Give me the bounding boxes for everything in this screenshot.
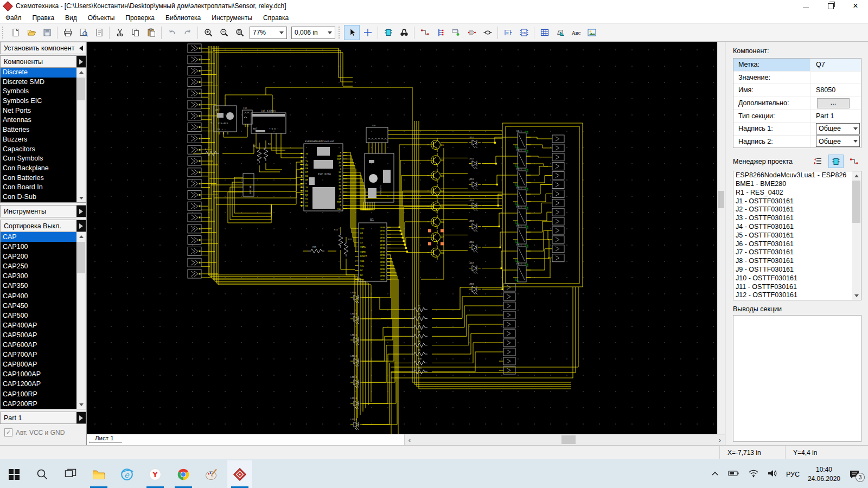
table-button[interactable] [537,25,552,40]
library-item[interactable]: Con Batteries [1,174,76,183]
symbol-hb-button[interactable]: HB [516,25,532,40]
minimize-button[interactable] [793,0,818,12]
library-item[interactable]: Symbols [1,87,76,97]
menu-item-4[interactable]: Объекты [82,13,120,23]
copy-button[interactable] [127,25,143,40]
wifi-icon[interactable] [748,468,759,480]
label-visibility-select[interactable]: Общее [816,123,860,134]
open-file-button[interactable] [23,25,39,40]
volume-icon[interactable] [767,468,778,480]
part-item[interactable]: CAP1000AP [1,369,76,379]
cut-button[interactable] [112,25,127,40]
scroll-thumb[interactable] [77,78,85,100]
library-item[interactable]: Symbols EIC [1,97,76,106]
symbol-hc-button[interactable]: HC [500,25,516,40]
project-list-scrollbar[interactable] [852,171,861,300]
zoom-level-combo[interactable]: 77% [250,27,287,39]
more-options-button[interactable]: ... [817,98,850,108]
part-item[interactable]: CAP500AP [1,330,76,340]
explorer-taskbar-icon[interactable] [86,460,111,488]
project-item[interactable]: J4 - OSTTF030161 [733,223,852,232]
wire-node-button[interactable] [448,25,464,40]
chrome-taskbar-icon[interactable] [171,460,196,488]
project-item[interactable]: ESP8266NodeMcuv3Lua1 - ESP826 [733,171,852,180]
part-item[interactable]: CAP700AP [1,350,76,359]
scroll-up-icon[interactable] [76,232,86,241]
library-item[interactable]: Con Symbols [1,154,76,164]
scroll-thumb[interactable] [718,191,724,208]
yandex-browser-taskbar-icon[interactable]: Y [143,460,168,488]
project-item[interactable]: J5 - OSTTF030161 [733,232,852,240]
restore-button[interactable] [818,0,843,12]
scroll-down-icon[interactable] [852,291,861,300]
zoom-out-button[interactable] [216,25,232,40]
paint-taskbar-icon[interactable] [199,460,224,488]
section-pins-list[interactable] [733,315,861,442]
library-item[interactable]: Capacitors [1,145,76,155]
library-item[interactable]: Buzzers [1,135,76,145]
scroll-down-icon[interactable] [76,194,86,202]
wire-button[interactable] [417,25,432,40]
part-section-header[interactable]: Part 1 [0,412,86,424]
menu-item-6[interactable]: Библиотека [160,13,206,23]
place-component-button[interactable] [380,25,396,40]
canvas-vertical-scrollbar[interactable] [717,42,725,434]
battery-icon[interactable] [728,468,740,480]
print-preview-button[interactable] [75,25,91,40]
part-item[interactable]: CAP450 [1,301,76,311]
part-list-scrollbar[interactable] [76,232,86,409]
tray-expand-icon[interactable] [710,469,720,479]
components-view-button[interactable] [828,155,844,168]
menu-item-3[interactable]: Вид [60,13,82,23]
part-item[interactable]: CAP100 [1,242,76,252]
part-item[interactable]: CAP400 [1,291,76,301]
expand-right-icon[interactable] [76,412,86,423]
project-item[interactable]: J8 - OSTTF030161 [733,257,852,266]
crosshair-button[interactable] [360,25,375,40]
library-item[interactable]: Antennas [1,115,76,125]
library-item[interactable]: Batteries [1,125,76,135]
library-item[interactable]: Con Board In [1,183,76,192]
undo-button[interactable] [164,25,180,40]
project-item[interactable]: J2 - OSTTF030161 [733,206,852,214]
zoom-in-button[interactable] [200,25,216,40]
library-item[interactable]: Discrete SMD [1,78,76,87]
save-file-button[interactable] [39,25,55,40]
scroll-thumb[interactable] [561,435,576,444]
part-item[interactable]: CAP500 [1,311,76,320]
project-item[interactable]: J1 - OSTTF030161 [733,197,852,206]
document-view-button[interactable] [91,25,107,40]
part-item[interactable]: CAP600AP [1,340,76,350]
start-taskbar-icon[interactable] [2,460,27,488]
part-item[interactable]: CAP200 [1,252,76,261]
bus-button[interactable] [432,25,448,40]
part-item[interactable]: CAP1200AP [1,379,76,389]
zoom-page-button[interactable] [232,25,247,40]
image-button[interactable] [584,25,599,40]
tools-header[interactable]: Инструменты [0,205,86,217]
canvas-horizontal-scrollbar[interactable]: ‹ › [405,434,725,445]
polygon-edit-button[interactable] [552,25,568,40]
project-item[interactable]: R1 - RES_0402 [733,189,852,197]
library-scrollbar[interactable] [76,68,86,202]
task-view-taskbar-icon[interactable] [58,460,83,488]
print-button[interactable] [60,25,75,40]
scroll-down-icon[interactable] [76,400,86,409]
menu-item-7[interactable]: Инструменты [206,13,258,23]
search-taskbar-icon[interactable] [30,460,55,488]
project-item[interactable]: J3 - OSTTF030161 [733,214,852,223]
project-item[interactable]: J6 - OSTTF030161 [733,240,852,249]
internet-explorer-taskbar-icon[interactable]: e [114,460,139,488]
components-header[interactable]: Компоненты [0,55,86,68]
property-text[interactable]: S8050 [816,86,835,94]
expand-right-icon[interactable] [76,56,86,67]
library-item[interactable]: Net Ports [1,106,76,116]
project-item[interactable]: BME1 - BME280 [733,180,852,189]
taskbar-clock[interactable]: 10:40 24.06.2020 [808,465,840,483]
project-item[interactable]: J7 - OSTTF030161 [733,248,852,257]
part-item[interactable]: CAP200RP [1,399,76,409]
scroll-thumb[interactable] [77,242,85,273]
part-item[interactable]: CAP400AP [1,320,76,330]
menu-item-2[interactable]: Правка [27,13,60,23]
part-item[interactable]: CAP800AP [1,359,76,369]
